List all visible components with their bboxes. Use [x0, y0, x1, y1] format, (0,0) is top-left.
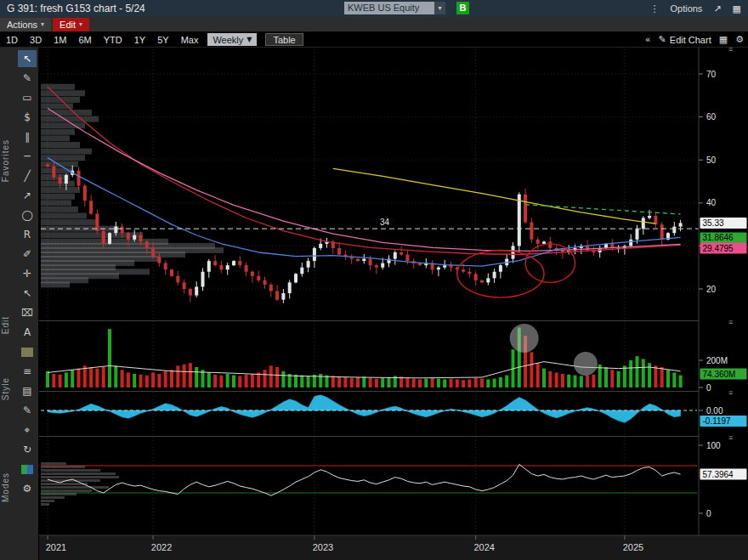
- candle: [530, 223, 533, 240]
- options-menu[interactable]: Options: [670, 3, 702, 14]
- fill-color-swatch[interactable]: [18, 343, 37, 360]
- period-button-5y[interactable]: 5Y: [151, 35, 174, 45]
- pointer-tool[interactable]: ↖: [18, 285, 37, 302]
- volume-profile-bar: [41, 129, 75, 135]
- period-button-1d[interactable]: 1D: [0, 35, 24, 45]
- security-dropdown-icon[interactable]: ▾: [434, 2, 445, 14]
- edit-menu-button[interactable]: Edit ▾: [53, 18, 89, 31]
- regression-tool[interactable]: R: [18, 226, 37, 243]
- axis-tick-label: 70: [706, 70, 717, 79]
- text-tool[interactable]: A: [18, 324, 37, 341]
- panel-resize-handle[interactable]: ≡: [728, 388, 733, 397]
- security-search-input[interactable]: KWEB US Equity: [344, 2, 438, 14]
- candle: [381, 263, 384, 268]
- volume-bar: [102, 367, 105, 387]
- volume-bar: [679, 376, 683, 387]
- period-button-max[interactable]: Max: [175, 35, 205, 45]
- volume-bar: [337, 376, 341, 387]
- refresh-tool[interactable]: ↻: [18, 441, 37, 458]
- highlight-circle: [574, 352, 598, 376]
- move-tool[interactable]: ✛: [18, 265, 37, 282]
- chart-settings-gear-icon[interactable]: ⚙: [735, 34, 744, 45]
- volume-bar: [269, 365, 273, 387]
- diagonal-line-tool[interactable]: ╱: [18, 167, 37, 184]
- period-toolbar: 1D 3D 1M 6M YTD 1Y 5Y Max Weekly ▼ Table…: [0, 32, 748, 48]
- axis-tick-label: 0: [706, 509, 711, 518]
- volume-bar: [95, 369, 99, 387]
- panels-icon[interactable]: ▦: [719, 34, 728, 45]
- sidebar-section-modes[interactable]: Modes: [1, 472, 14, 502]
- line-style-tool[interactable]: ≡: [18, 363, 37, 380]
- bloomberg-b-badge[interactable]: B: [456, 2, 469, 14]
- panel-resize-handle[interactable]: ≡: [728, 318, 733, 326]
- reference-line-label: 34: [380, 218, 390, 227]
- select-cursor-tool[interactable]: ↖: [18, 50, 37, 67]
- candle: [307, 261, 310, 268]
- chart-canvas[interactable]: 34203040506070200M00.00100035.3331.86462…: [39, 48, 748, 560]
- expand-icon[interactable]: ↗: [713, 3, 721, 14]
- candle: [195, 286, 198, 295]
- candle-tool[interactable]: ∥: [18, 128, 37, 145]
- candle: [648, 216, 651, 218]
- period-button-1m[interactable]: 1M: [48, 35, 72, 45]
- annotation-rect-tool[interactable]: ▭: [18, 89, 37, 106]
- frequency-dropdown[interactable]: Weekly ▼: [207, 33, 257, 46]
- volume-bar: [183, 365, 186, 387]
- sidebar-section-style[interactable]: Style: [1, 377, 14, 400]
- period-button-3d[interactable]: 3D: [24, 35, 48, 45]
- sidebar-section-favorites[interactable]: Favorites: [1, 139, 14, 182]
- edit-chart-button[interactable]: ✎ Edit Chart: [659, 34, 711, 45]
- volume-profile-bar: [41, 281, 70, 287]
- period-button-1y[interactable]: 1Y: [128, 35, 151, 45]
- arrow-line-tool[interactable]: ↗: [18, 187, 37, 204]
- titlebar-actions: ⋮ Options ↗ ▦: [649, 0, 741, 17]
- value-badge-label: 35.33: [703, 218, 724, 228]
- actions-menu-button[interactable]: Actions ▾: [0, 18, 51, 31]
- settings-gear-tool[interactable]: ⚙: [18, 480, 37, 497]
- panel-resize-handle[interactable]: ≡: [728, 433, 733, 442]
- period-button-ytd[interactable]: YTD: [98, 35, 128, 45]
- volume-profile-bar: [41, 212, 87, 218]
- bloomberg-chart-window: { "window": { "title": "G 391: fresh G15…: [0, 0, 748, 560]
- candle: [59, 177, 62, 184]
- horizontal-line-tool[interactable]: ─: [18, 148, 37, 165]
- candle: [83, 186, 87, 201]
- rsi-profile-bar: [41, 503, 49, 506]
- pin-tool[interactable]: ⌖: [18, 421, 37, 438]
- panel-resize-handle[interactable]: ≡: [728, 48, 733, 54]
- candle: [288, 282, 292, 293]
- table-button[interactable]: Table: [265, 33, 303, 46]
- volume-bar: [350, 378, 354, 387]
- menu-bar: Actions ▾ Edit ▾: [0, 17, 748, 32]
- volume-bar: [642, 359, 645, 387]
- volume-bar: [450, 379, 453, 387]
- ellipse-tool[interactable]: ◯: [18, 206, 37, 223]
- volume-profile-bar: [41, 90, 85, 96]
- pattern-tool[interactable]: ▤: [18, 382, 37, 399]
- pencil-edit-tool[interactable]: ✐: [18, 246, 37, 263]
- candle: [536, 240, 540, 244]
- draw-line-tool[interactable]: ✎: [18, 70, 37, 87]
- kebab-menu-icon[interactable]: ⋮: [649, 3, 659, 14]
- volume-bar: [275, 367, 279, 387]
- volume-bar: [213, 375, 217, 387]
- candle: [232, 261, 235, 265]
- rsi-profile-bar: [41, 486, 109, 489]
- price-label-tool[interactable]: $: [18, 109, 37, 126]
- candle: [245, 265, 248, 272]
- candle: [114, 227, 117, 234]
- volume-bar: [307, 376, 310, 387]
- apps-grid-icon[interactable]: ▦: [733, 3, 741, 14]
- period-button-6m[interactable]: 6M: [72, 35, 97, 45]
- volume-bar: [505, 376, 508, 387]
- freehand-draw-tool[interactable]: ✎: [18, 402, 37, 419]
- palette-swatch: [21, 465, 33, 474]
- delete-tool[interactable]: ⌧: [18, 304, 37, 321]
- palette-tool[interactable]: [18, 461, 37, 478]
- candle: [679, 223, 683, 226]
- volume-bar: [412, 379, 416, 387]
- candle: [629, 240, 632, 246]
- collapse-chevrons-icon[interactable]: «: [645, 34, 651, 45]
- sidebar-section-edit[interactable]: Edit: [1, 316, 14, 334]
- candle: [660, 224, 664, 240]
